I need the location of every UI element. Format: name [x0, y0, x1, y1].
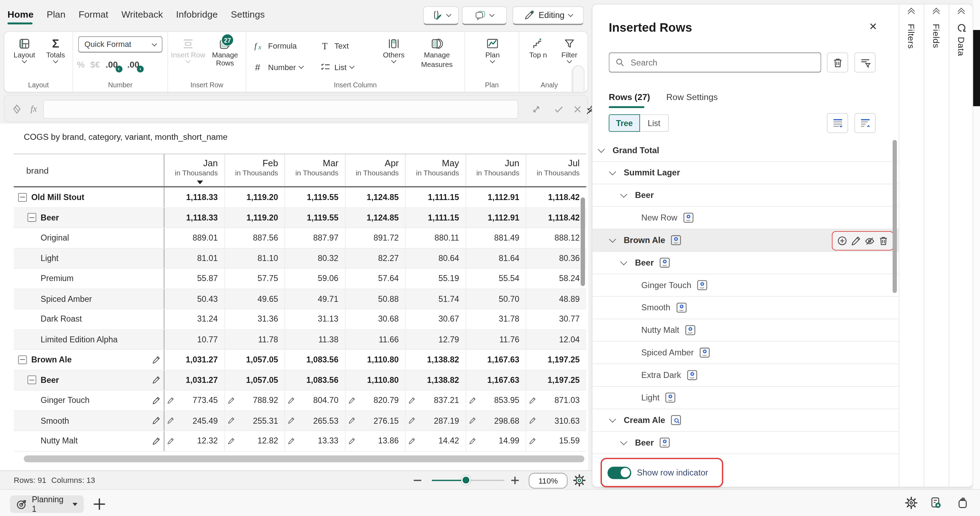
tree-row-beer[interactable]: Beer — [592, 252, 899, 275]
row-header-cell[interactable]: Light — [14, 248, 164, 268]
value-cell[interactable]: 14.42 — [405, 431, 465, 451]
row-header-cell[interactable]: Smooth — [14, 411, 164, 430]
top-n-button[interactable]: Top n — [524, 37, 552, 59]
chevron-down-icon[interactable] — [609, 236, 616, 243]
value-cell[interactable]: 773.45 — [164, 391, 224, 410]
chevron-down-icon[interactable] — [609, 168, 616, 175]
panel-search-box[interactable] — [609, 52, 821, 73]
delete-row-action-icon[interactable] — [878, 236, 889, 246]
increase-decimals-button[interactable]: .00› — [127, 59, 140, 69]
collapse-toggle-icon[interactable] — [27, 213, 36, 222]
tree-row-light[interactable]: Light — [592, 387, 899, 409]
tree-row-beer[interactable]: Beer — [592, 432, 899, 454]
value-cell[interactable]: 245.49 — [164, 411, 224, 430]
value-cell[interactable]: 820.79 — [345, 391, 405, 410]
row-header-cell[interactable]: Old Mill Stout — [14, 187, 164, 207]
row-header-cell[interactable]: Beer — [14, 370, 164, 390]
expand-formula-bar-icon[interactable] — [531, 103, 542, 115]
manage-measures-button[interactable]: Manage Measures — [415, 37, 459, 69]
menu-item-infobridge[interactable]: Infobridge — [176, 9, 218, 23]
percent-format-button[interactable]: % — [77, 59, 84, 69]
table-horizontal-scrollbar[interactable] — [24, 456, 584, 462]
editing-mode-dropdown[interactable]: Editing — [512, 6, 584, 25]
menu-item-writeback[interactable]: Writeback — [121, 9, 163, 23]
filter-rows-button[interactable] — [854, 52, 876, 73]
row-header-cell[interactable]: Dark Roast — [14, 309, 164, 329]
column-header-jan[interactable]: Janin Thousands — [164, 154, 224, 186]
chevron-down-icon[interactable] — [620, 438, 627, 445]
zoom-out-button[interactable] — [414, 480, 421, 481]
collapsed-pane-fields[interactable]: Fields — [924, 0, 949, 516]
expand-all-button[interactable] — [827, 113, 848, 133]
row-header-cell[interactable]: Nutty Malt — [14, 431, 164, 451]
collapsed-pane-data[interactable]: Data — [949, 0, 974, 516]
collapse-toggle-icon[interactable] — [18, 193, 27, 202]
column-header-apr[interactable]: Aprin Thousands — [345, 154, 405, 186]
row-header-cell[interactable]: Limited Edition Alpha — [14, 330, 164, 349]
column-header-jul[interactable]: Julin Thousands — [526, 154, 586, 186]
tab-rows[interactable]: Rows (27) — [609, 92, 650, 102]
delete-rows-button[interactable] — [827, 52, 848, 73]
chevron-down-icon[interactable] — [609, 416, 616, 423]
comments-dropdown[interactable] — [462, 6, 507, 25]
insert-formula-column-button[interactable]: fx Formula — [254, 41, 297, 51]
value-cell[interactable]: 310.63 — [526, 411, 586, 430]
value-cell[interactable]: 13.33 — [285, 431, 345, 451]
expand-pane-icon[interactable] — [909, 9, 914, 14]
view-toggle-tree[interactable]: Tree — [609, 114, 640, 132]
collapse-toggle-icon[interactable] — [18, 356, 27, 364]
tree-row-smooth[interactable]: Smooth — [592, 297, 899, 319]
panel-scrollbar[interactable] — [892, 140, 897, 293]
close-panel-icon[interactable]: ✕ — [866, 19, 880, 33]
value-cell[interactable]: 276.15 — [345, 411, 405, 430]
insert-text-column-button[interactable]: T Text — [320, 41, 348, 51]
value-cell[interactable]: 12.32 — [164, 431, 224, 451]
value-cell[interactable]: 837.21 — [405, 391, 465, 410]
clear-eraser-icon[interactable] — [11, 103, 22, 115]
currency-format-button[interactable]: $€ — [90, 59, 100, 69]
totals-button[interactable]: Σ Totals — [41, 37, 70, 62]
column-header-feb[interactable]: Febin Thousands — [224, 154, 285, 186]
value-cell[interactable]: 255.31 — [224, 411, 285, 430]
ribbon-scroll-right-button[interactable] — [573, 65, 585, 92]
layout-button[interactable]: Layout — [10, 37, 40, 62]
insert-others-column-button[interactable]: Others — [377, 37, 410, 62]
hide-row-action-icon[interactable] — [864, 236, 875, 246]
cancel-x-icon[interactable] — [572, 103, 583, 115]
value-cell[interactable]: 853.95 — [465, 391, 525, 410]
plan-button[interactable]: Plan — [477, 37, 508, 62]
menu-item-format[interactable]: Format — [79, 9, 108, 23]
tree-row-cream-ale[interactable]: Cream Ale — [592, 409, 899, 432]
tree-row-beer[interactable]: Beer — [592, 184, 899, 207]
row-header-cell[interactable]: Beer — [14, 208, 164, 227]
manage-rows-button[interactable]: 27 Manage Rows — [207, 37, 243, 68]
tab-row-settings[interactable]: Row Settings — [667, 92, 718, 102]
panel-search-input[interactable] — [629, 57, 815, 68]
zoom-in-button[interactable] — [511, 480, 519, 481]
value-cell[interactable]: 287.19 — [405, 411, 465, 430]
view-toggle-list[interactable]: List — [640, 114, 669, 132]
row-header-cell[interactable]: Original — [14, 228, 164, 248]
value-cell[interactable]: 788.92 — [224, 391, 285, 410]
expand-pane-icon[interactable] — [934, 9, 939, 14]
table-vertical-scrollbar[interactable] — [581, 197, 585, 286]
menu-item-plan[interactable]: Plan — [46, 9, 65, 23]
menu-item-settings[interactable]: Settings — [231, 9, 265, 23]
value-cell[interactable]: 15.59 — [526, 431, 586, 451]
decrease-decimals-button[interactable]: .00‹ — [106, 59, 118, 69]
chevron-down-icon[interactable] — [598, 146, 605, 153]
menu-item-home[interactable]: Home — [7, 9, 33, 23]
value-cell[interactable]: 804.70 — [285, 391, 345, 410]
writeback-columns-dropdown[interactable] — [423, 6, 459, 25]
chevron-down-icon[interactable] — [620, 191, 627, 198]
quick-format-dropdown[interactable]: Quick Format — [78, 36, 162, 52]
formula-input[interactable] — [43, 100, 518, 119]
collapse-toggle-icon[interactable] — [27, 375, 36, 384]
add-row-action-icon[interactable] — [837, 236, 848, 246]
zoom-slider-thumb[interactable] — [461, 475, 471, 485]
filter-button[interactable]: Filter — [556, 37, 583, 62]
insert-number-column-button[interactable]: # Number — [254, 62, 304, 73]
value-cell[interactable]: 13.86 — [345, 431, 405, 451]
tree-row-ginger-touch[interactable]: Ginger Touch — [592, 275, 899, 297]
add-sheet-button[interactable] — [92, 497, 107, 512]
